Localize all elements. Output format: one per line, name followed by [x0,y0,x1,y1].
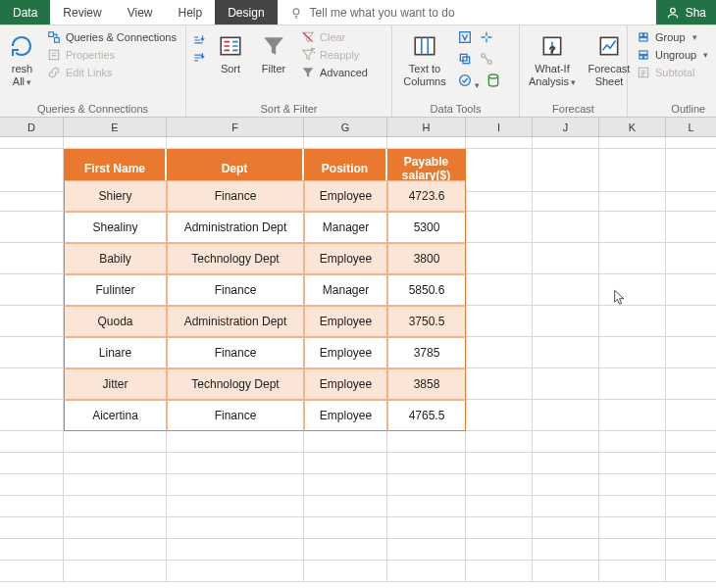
cell[interactable] [599,517,666,539]
cell[interactable] [466,368,533,400]
cell[interactable] [64,431,167,453]
cell[interactable] [599,431,666,453]
td-position[interactable]: Employee [304,400,387,431]
cell[interactable] [599,561,666,582]
cell[interactable] [304,431,387,453]
what-if-analysis-button[interactable]: ? What-IfAnalysis▾ [526,29,579,90]
td-position[interactable]: Employee [304,337,387,368]
cell[interactable] [666,306,716,337]
edit-links-button[interactable]: Edit Links [44,65,179,80]
cell[interactable] [64,453,167,474]
tab-data[interactable]: Data [0,0,50,24]
td-dept[interactable]: Technology Dept [167,368,304,400]
cell[interactable] [0,517,64,539]
cell[interactable] [599,539,666,561]
group-button[interactable]: Group▾ [634,29,711,45]
manage-data-model-icon[interactable] [486,73,501,91]
cell[interactable] [387,496,466,517]
td-salary[interactable]: 3750.5 [387,306,466,337]
cell[interactable] [666,453,716,474]
td-first-name[interactable]: Jitter [64,368,167,400]
cell[interactable] [466,306,533,337]
share-button[interactable]: Sha [656,0,716,24]
cell[interactable] [666,474,716,496]
advanced-button[interactable]: Advanced [298,65,371,80]
col-L[interactable]: L [666,118,716,136]
cell[interactable] [533,212,599,243]
col-E[interactable]: E [64,118,167,136]
cell[interactable] [0,431,64,453]
cell[interactable] [533,517,599,539]
td-first-name[interactable]: Babily [64,243,167,274]
td-first-name[interactable]: Fulinter [64,274,167,306]
cell[interactable] [466,337,533,368]
sort-asc-button[interactable] [192,33,206,47]
cell[interactable] [466,137,533,149]
cell[interactable] [167,517,304,539]
tab-view[interactable]: View [115,0,166,24]
td-salary[interactable]: 3858 [387,368,466,400]
cell[interactable] [387,137,466,149]
cell[interactable] [533,453,599,474]
col-D[interactable]: D [0,118,64,136]
col-J[interactable]: J [533,118,599,136]
data-validation-icon[interactable]: ▾ [457,73,480,91]
subtotal-button[interactable]: Subtotal [634,65,711,80]
text-to-columns-button[interactable]: Text toColumns [398,29,451,90]
td-position[interactable]: Manager [304,212,387,243]
cell[interactable] [533,274,599,306]
cell[interactable] [533,243,599,274]
cell[interactable] [64,496,167,517]
cell[interactable] [387,453,466,474]
cell[interactable] [599,212,666,243]
filter-button[interactable]: Filter [255,29,292,77]
td-salary[interactable]: 4765.5 [387,400,466,431]
cell[interactable] [533,474,599,496]
td-position[interactable]: Employee [304,180,387,212]
td-dept[interactable]: Technology Dept [167,243,304,274]
cell[interactable] [466,400,533,431]
cell[interactable] [64,474,167,496]
flash-fill-icon[interactable] [457,29,473,48]
cell[interactable] [533,337,599,368]
cell[interactable] [599,400,666,431]
col-G[interactable]: G [304,118,387,136]
cell[interactable] [387,474,466,496]
cell[interactable] [666,431,716,453]
cell[interactable] [466,561,533,582]
cell[interactable] [0,368,64,400]
cell[interactable] [387,517,466,539]
cell[interactable] [599,474,666,496]
cell[interactable] [167,431,304,453]
cell[interactable] [599,306,666,337]
remove-duplicates-icon[interactable] [457,51,473,70]
cell[interactable] [666,274,716,306]
col-H[interactable]: H [387,118,466,136]
cell[interactable] [666,337,716,368]
cell[interactable] [304,453,387,474]
td-dept[interactable]: Administration Dept [167,306,304,337]
cell[interactable] [167,496,304,517]
cell[interactable] [167,453,304,474]
td-dept[interactable]: Administration Dept [167,212,304,243]
cell[interactable] [304,496,387,517]
cell[interactable] [533,400,599,431]
td-dept[interactable]: Finance [167,400,304,431]
td-position[interactable]: Employee [304,368,387,400]
cell[interactable] [666,180,716,212]
cell[interactable] [666,561,716,582]
cell[interactable] [533,180,599,212]
cell[interactable] [466,431,533,453]
forecast-sheet-button[interactable]: ForecastSheet [585,29,634,90]
cell[interactable] [533,496,599,517]
ungroup-button[interactable]: Ungroup▾ [634,47,711,63]
cell[interactable] [466,496,533,517]
cell[interactable] [304,561,387,582]
cell[interactable] [0,400,64,431]
cell[interactable] [387,431,466,453]
td-salary[interactable]: 3800 [387,243,466,274]
cell[interactable] [599,274,666,306]
cell[interactable] [599,337,666,368]
cell[interactable] [167,474,304,496]
td-salary[interactable]: 4723.6 [387,180,466,212]
